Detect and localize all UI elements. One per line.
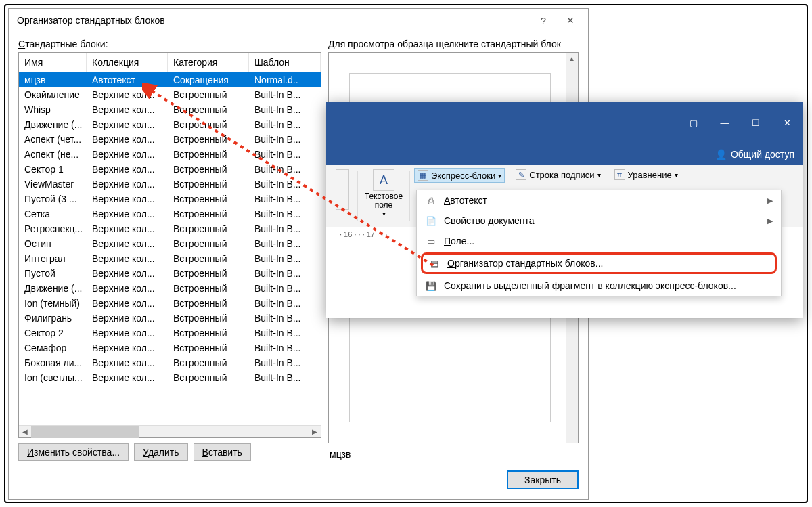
col-template[interactable]: Шаблон [249, 53, 321, 72]
table-row[interactable]: Ретроспекц...Верхние кол...ВстроенныйBui… [19, 221, 321, 236]
col-collection[interactable]: Коллекция [87, 53, 168, 72]
organizer-icon: ▤ [428, 257, 441, 269]
table-row[interactable]: мцзвАвтотекстСокращенияNormal.d.. [19, 72, 321, 87]
person-icon: 👤 [715, 149, 727, 160]
table-row[interactable]: Ion (темный)Верхние кол...ВстроенныйBuil… [19, 296, 321, 311]
dialog-title: Организатор стандартных блоков [17, 15, 165, 26]
text-box-button[interactable]: A Текстовое поле ▾ [362, 168, 405, 224]
pi-icon: π [614, 169, 625, 180]
table-row[interactable]: ПустойВерхние кол...ВстроенныйBuilt-In B… [19, 266, 321, 281]
close-icon[interactable]: ✕ [557, 15, 584, 26]
blocks-table[interactable]: Имя Коллекция Категория Шаблон мцзвАвтот… [18, 52, 321, 438]
table-row[interactable]: Ion (светлы...Верхние кол...ВстроенныйBu… [19, 370, 321, 385]
ribbon: A Текстовое поле ▾ ▦ Экспресс-блоки▾ ✎ С… [326, 165, 803, 227]
save-icon: 💾 [425, 280, 437, 292]
signature-line-button[interactable]: ✎ Строка подписи▾ [513, 168, 603, 181]
table-row[interactable]: WhispВерхние кол...ВстроенныйBuilt-In B.… [19, 102, 321, 117]
dd-save-selection[interactable]: 💾 Сохранить выделенный фрагмент в коллек… [417, 275, 781, 296]
chevron-right-icon: ▶ [767, 196, 773, 205]
preview-label: Для просмотра образца щелкните стандартн… [328, 39, 579, 49]
insert-button[interactable]: Вставить [194, 443, 251, 461]
dialog-titlebar: Организатор стандартных блоков ? ✕ [9, 9, 588, 32]
help-button[interactable]: ? [530, 15, 557, 26]
delete-button[interactable]: Удалить [134, 443, 187, 461]
blocks-list-label: Стандартные блоки: [18, 39, 321, 49]
edit-properties-button[interactable]: Изменить свойства... [18, 443, 129, 461]
table-header[interactable]: Имя Коллекция Категория Шаблон [19, 53, 321, 72]
equation-button[interactable]: π Уравнение▾ [612, 168, 681, 181]
ribbon-fragment[interactable] [336, 169, 349, 210]
horizontal-scrollbar[interactable]: ◀▶ [19, 425, 321, 437]
dd-doc-property[interactable]: 📄 Свойство документа ▶ [417, 211, 781, 231]
share-button[interactable]: 👤 Общий доступ [715, 149, 794, 160]
window-close-icon[interactable]: ✕ [771, 112, 803, 133]
table-row[interactable]: Боковая ли...Верхние кол...ВстроенныйBui… [19, 355, 321, 370]
dd-field[interactable]: ▭ Поле... [417, 231, 781, 251]
table-row[interactable]: ФилиграньВерхние кол...ВстроенныйBuilt-I… [19, 311, 321, 326]
quick-parts-icon: ▦ [418, 170, 428, 181]
autotext-icon: ⎙ [425, 194, 437, 206]
text-box-icon: A [373, 169, 394, 191]
table-row[interactable]: Движение (...Верхние кол...ВстроенныйBui… [19, 281, 321, 296]
chevron-right-icon: ▶ [767, 217, 773, 225]
close-button[interactable]: Закрыть [507, 470, 579, 489]
table-row[interactable]: Сектор 2Верхние кол...ВстроенныйBuilt-In… [19, 326, 321, 340]
word-titlebar: ▢ — ☐ ✕ [326, 102, 803, 144]
quick-parts-button[interactable]: ▦ Экспресс-блоки▾ [414, 168, 505, 183]
word-window: ▢ — ☐ ✕ 👤 Общий доступ A Текстовое поле … [326, 102, 803, 318]
table-row[interactable]: СеткаВерхние кол...ВстроенныйBuilt-In B.… [19, 206, 321, 221]
minimize-icon[interactable]: — [709, 112, 740, 133]
table-row[interactable]: Аспект (чет...Верхние кол...ВстроенныйBu… [19, 132, 321, 147]
dd-organizer[interactable]: ▤ Организатор стандартных блоков... [423, 255, 775, 272]
table-row[interactable]: Сектор 1Верхние кол...ВстроенныйBuilt-In… [19, 162, 321, 177]
ribbon-options-icon[interactable]: ▢ [678, 112, 709, 133]
table-row[interactable]: ОстинВерхние кол...ВстроенныйBuilt-In B.… [19, 236, 321, 251]
quick-parts-dropdown: ⎙ Автотекст ▶ 📄 Свойство документа ▶ ▭ П… [416, 190, 782, 296]
dd-autotext[interactable]: ⎙ Автотекст ▶ [417, 190, 781, 211]
table-row[interactable]: Аспект (не...Верхние кол...ВстроенныйBui… [19, 147, 321, 162]
signature-icon: ✎ [516, 169, 526, 180]
table-row[interactable]: Пустой (3 ...Верхние кол...ВстроенныйBui… [19, 192, 321, 206]
table-row[interactable]: ОкаймлениеВерхние кол...ВстроенныйBuilt-… [19, 87, 321, 102]
field-icon: ▭ [425, 235, 437, 247]
docprop-icon: 📄 [425, 215, 437, 227]
table-row[interactable]: ИнтегралВерхние кол...ВстроенныйBuilt-In… [19, 251, 321, 266]
table-row[interactable]: Движение (...Верхние кол...ВстроенныйBui… [19, 117, 321, 132]
col-category[interactable]: Категория [168, 53, 249, 72]
maximize-icon[interactable]: ☐ [740, 112, 771, 133]
col-name[interactable]: Имя [19, 53, 87, 72]
table-row[interactable]: СемафорВерхние кол...ВстроенныйBuilt-In … [19, 340, 321, 355]
preview-block-name: мцзв [328, 447, 579, 461]
table-row[interactable]: ViewMasterВерхние кол...ВстроенныйBuilt-… [19, 177, 321, 192]
